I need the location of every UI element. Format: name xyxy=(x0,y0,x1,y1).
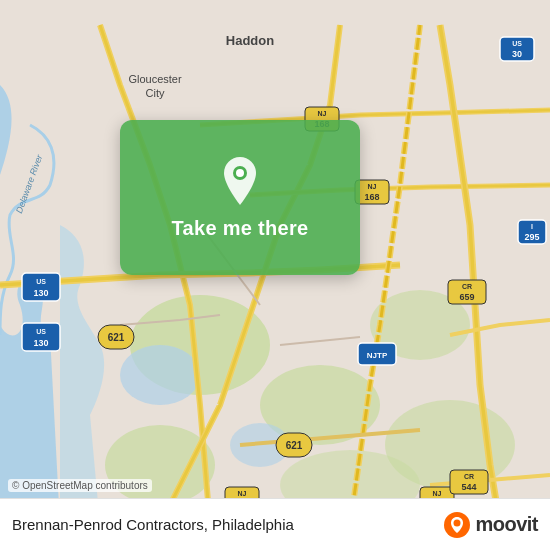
svg-text:Gloucester: Gloucester xyxy=(128,73,182,85)
svg-point-50 xyxy=(236,169,244,177)
svg-point-4 xyxy=(105,425,215,505)
svg-text:130: 130 xyxy=(33,288,48,298)
svg-text:Haddon: Haddon xyxy=(226,33,274,48)
moovit-logo: moovit xyxy=(443,511,538,539)
map-background: US 30 US 130 US 130 NJ 168 NJ 168 I 295 … xyxy=(0,0,550,550)
svg-text:US: US xyxy=(512,40,522,47)
svg-text:295: 295 xyxy=(524,232,539,242)
moovit-logo-icon xyxy=(443,511,471,539)
svg-text:NJ: NJ xyxy=(433,490,442,497)
svg-text:168: 168 xyxy=(364,192,379,202)
svg-text:130: 130 xyxy=(33,338,48,348)
svg-text:CR: CR xyxy=(462,283,472,290)
svg-text:621: 621 xyxy=(286,440,303,451)
map-container: US 30 US 130 US 130 NJ 168 NJ 168 I 295 … xyxy=(0,0,550,550)
svg-text:621: 621 xyxy=(108,332,125,343)
svg-text:CR: CR xyxy=(464,473,474,480)
svg-point-7 xyxy=(120,345,200,405)
location-name: Brennan-Penrod Contractors, Philadelphia xyxy=(12,516,294,533)
location-panel[interactable]: Take me there xyxy=(120,120,360,275)
svg-text:659: 659 xyxy=(459,292,474,302)
svg-text:30: 30 xyxy=(512,49,522,59)
svg-text:City: City xyxy=(146,87,165,99)
svg-text:US: US xyxy=(36,328,46,335)
attribution-text: © OpenStreetMap contributors xyxy=(12,480,148,491)
osm-attribution: © OpenStreetMap contributors xyxy=(8,479,152,492)
bottom-bar: Brennan-Penrod Contractors, Philadelphia… xyxy=(0,498,550,550)
svg-point-52 xyxy=(454,519,461,526)
take-me-there-button[interactable]: Take me there xyxy=(172,217,309,240)
moovit-brand-text: moovit xyxy=(475,513,538,536)
svg-text:NJ: NJ xyxy=(238,490,247,497)
svg-text:NJ: NJ xyxy=(318,110,327,117)
svg-text:544: 544 xyxy=(461,482,476,492)
svg-text:NJTP: NJTP xyxy=(367,351,388,360)
svg-text:NJ: NJ xyxy=(368,183,377,190)
location-pin-icon xyxy=(214,155,266,207)
svg-text:I: I xyxy=(531,223,533,230)
svg-text:US: US xyxy=(36,278,46,285)
